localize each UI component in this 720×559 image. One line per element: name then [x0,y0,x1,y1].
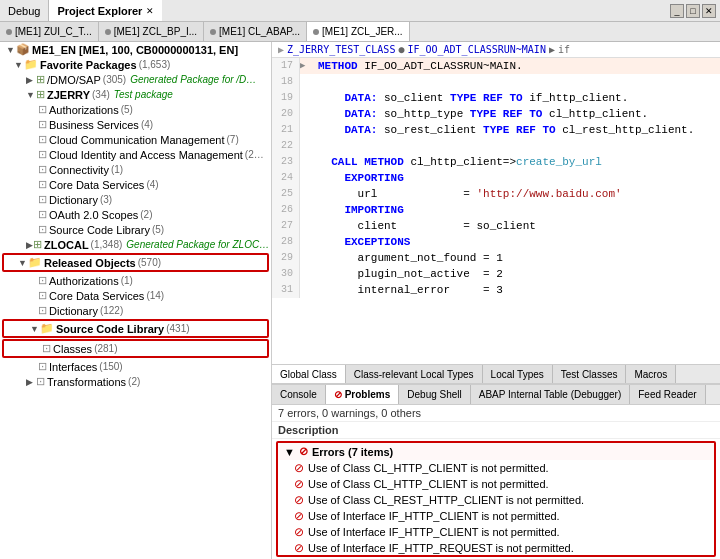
tree-connectivity[interactable]: ⊡ Connectivity (1) [0,162,271,177]
error-item-4: ⊘ Use of Interface IF_HTTP_CLIENT is not… [278,508,714,524]
tree-dmo-sap[interactable]: ▶ ⊞ /DMO/SAP (305) Generated Package for… [0,72,271,87]
zjerry-arrow: ▼ [26,90,36,100]
tree-authorizations[interactable]: ⊡ Authorizations (5) [0,102,271,117]
breadcrumb-part2[interactable]: IF_OO_ADT_CLASSRUN~MAIN [407,44,545,55]
released-label: Released Objects [44,257,136,269]
trans-icon: ⊡ [36,375,45,388]
error-item-3: ⊘ Use of Class CL_REST_HTTP_CLIENT is no… [278,492,714,508]
tab-dot-3 [210,29,216,35]
error-icon-1: ⊘ [294,461,304,475]
dr-icon: ⊡ [38,304,47,317]
conn-label: Connectivity [49,164,109,176]
tab-4[interactable]: [ME1] ZCL_JER... [307,22,410,41]
ar-count: (1) [121,275,133,286]
tree-root[interactable]: ▼ 📦 ME1_EN [ME1, 100, CB0000000131, EN] [0,42,271,57]
bs-icon: ⊡ [38,118,47,131]
tab-test-classes[interactable]: Test Classes [553,365,627,383]
root-arrow: ▼ [6,45,16,55]
tree-scl-released[interactable]: ▼ 📁 Source Code Library (431) [2,319,269,338]
tab-dot-1 [6,29,12,35]
tab-local-types2[interactable]: Local Types [483,365,553,383]
tab-1[interactable]: [ME1] ZUI_C_T... [0,22,99,41]
errors-label: Errors (7 items) [312,446,393,458]
tree-zjerry[interactable]: ▼ ⊞ ZJERRY (34) Test package [0,87,271,102]
dict-label: Dictionary [49,194,98,206]
tree-cloud-identity[interactable]: ⊡ Cloud Identity and Access Management (… [0,147,271,162]
conn-count: (1) [111,164,123,175]
tab-local-types[interactable]: Class-relevant Local Types [346,365,483,383]
tree-released-objects[interactable]: ▼ 📁 Released Objects (570) [2,253,269,272]
tab-problems[interactable]: ⊘ Problems [326,385,400,404]
console-tabs: Console ⊘ Problems Debug Shell ABAP Inte… [272,385,720,405]
ar-label: Authorizations [49,275,119,287]
tree-transformations[interactable]: ▶ ⊡ Transformations (2) [0,374,271,389]
released-icon: 📁 [28,256,42,269]
error-icon-6: ⊘ [294,541,304,555]
zlocal-count: (1,348) [91,239,123,250]
code-line-26: 26 IMPORTING [272,202,720,218]
tree-business-services[interactable]: ⊡ Business Services (4) [0,117,271,132]
scl-count: (5) [152,224,164,235]
tree-favorite-packages[interactable]: ▼ 📁 Favorite Packages (1,653) [0,57,271,72]
ci-count: (2… [245,149,264,160]
auth-label: Authorizations [49,104,119,116]
error-icon-4: ⊘ [294,509,304,523]
tab-debug-shell[interactable]: Debug Shell [399,385,470,404]
debug-tab[interactable]: Debug [8,5,40,17]
tree-dictionary[interactable]: ⊡ Dictionary (3) [0,192,271,207]
close-btn[interactable]: ✕ [702,4,716,18]
tab-abap-internal[interactable]: ABAP Internal Table (Debugger) [471,385,631,404]
tree-zlocal[interactable]: ▶ ⊞ ZLOCAL (1,348) Generated Package for… [0,237,271,252]
errors-expand-icon[interactable]: ▼ [284,446,295,458]
cdr-count: (14) [146,290,164,301]
code-line-27: 27 client = so_client [272,218,720,234]
favorite-label: Favorite Packages [40,59,137,71]
tab-console[interactable]: Console [272,385,326,404]
tree-dict-released[interactable]: ⊡ Dictionary (122) [0,303,271,318]
project-explorer-tab[interactable]: Project Explorer [57,5,142,17]
intf-label: Interfaces [49,361,97,373]
tab-feed-reader[interactable]: Feed Reader [630,385,705,404]
cls-count: (281) [94,343,117,354]
code-line-22: 22 [272,138,720,154]
dmo-icon: ⊞ [36,73,45,86]
ci-label: Cloud Identity and Access Management [49,149,243,161]
code-line-20: 20 DATA: so_http_type TYPE REF TO cl_htt… [272,106,720,122]
close-icon[interactable]: ✕ [146,6,154,16]
auth-icon: ⊡ [38,103,47,116]
tab-3[interactable]: [ME1] CL_ABAP... [204,22,307,41]
tree-classes[interactable]: ⊡ Classes (281) [2,339,269,358]
maximize-btn[interactable]: □ [686,4,700,18]
error-text-1: Use of Class CL_HTTP_CLIENT is not permi… [308,462,549,474]
tree-oauth[interactable]: ⊡ OAuth 2.0 Scopes (2) [0,207,271,222]
breadcrumb-part1[interactable]: Z_JERRY_TEST_CLASS [287,44,395,55]
dr-count: (122) [100,305,123,316]
root-icon: 📦 [16,43,30,56]
dict-count: (3) [100,194,112,205]
problems-panel: Console ⊘ Problems Debug Shell ABAP Inte… [272,384,720,559]
scl-label: Source Code Library [49,224,150,236]
code-editor[interactable]: 17 ▶ METHOD IF_OO_ADT_CLASSRUN~MAIN. 18 … [272,58,720,364]
tree-scl-zjerry[interactable]: ⊡ Source Code Library (5) [0,222,271,237]
dmo-label: /DMO/SAP [47,74,101,86]
tree-interfaces[interactable]: ⊡ Interfaces (150) [0,359,271,374]
tree-auth-released[interactable]: ⊡ Authorizations (1) [0,273,271,288]
tab-global-class[interactable]: Global Class [272,365,346,383]
oauth-count: (2) [140,209,152,220]
cds-label: Core Data Services [49,179,144,191]
tab-macros[interactable]: Macros [626,365,676,383]
tree-core-data[interactable]: ⊡ Core Data Services (4) [0,177,271,192]
cds-icon: ⊡ [38,178,47,191]
zjerry-count: (34) [92,89,110,100]
code-line-19: 19 DATA: so_client TYPE REF TO if_http_c… [272,90,720,106]
tree-cds-released[interactable]: ⊡ Core Data Services (14) [0,288,271,303]
favorite-icon: 📁 [24,58,38,71]
error-text-6: Use of Interface IF_HTTP_REQUEST is not … [308,542,574,554]
minimize-btn[interactable]: _ [670,4,684,18]
cls-label: Classes [53,343,92,355]
errors-icon: ⊘ [299,445,308,458]
sclr-count: (431) [166,323,189,334]
tree-cloud-comm[interactable]: ⊡ Cloud Communication Management (7) [0,132,271,147]
error-text-4: Use of Interface IF_HTTP_CLIENT is not p… [308,510,560,522]
tab-2[interactable]: [ME1] ZCL_BP_I... [99,22,204,41]
